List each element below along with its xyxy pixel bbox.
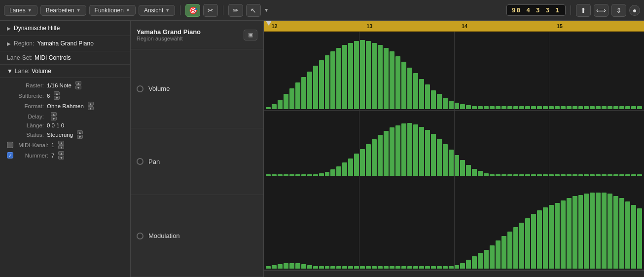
bar: [567, 198, 572, 269]
raster-stepper[interactable]: ▲ ▼: [75, 81, 81, 89]
midi-kanal-label: MIDI-Kanal:: [16, 142, 48, 148]
lane-set-prefix: Lane-Set:: [7, 54, 33, 61]
bar: [419, 79, 424, 109]
bar: [272, 265, 277, 269]
bar: [407, 266, 412, 269]
bar: [342, 266, 347, 269]
bar: [608, 174, 612, 176]
nummer-stepper[interactable]: ▲ ▼: [58, 151, 64, 159]
status-stepper[interactable]: ▲ ▼: [77, 130, 83, 139]
bar: [443, 266, 448, 269]
raster-down-icon[interactable]: ▼: [75, 85, 81, 89]
green-icon-btn-1[interactable]: 🎯: [185, 4, 200, 17]
mid-panel: Yamaha Grand Piano Region ausgewählt ▣ V…: [131, 21, 264, 277]
modulation-radio[interactable]: [137, 233, 143, 239]
bar: [578, 195, 583, 269]
bar: [484, 250, 489, 269]
bar: [531, 106, 536, 109]
lane-chevron-icon: ▼: [7, 68, 13, 75]
bar: [319, 266, 324, 269]
format-down-icon[interactable]: ▼: [88, 106, 94, 110]
lanes-chevron-icon: ▼: [28, 8, 32, 13]
lanes-button[interactable]: Lanes ▼: [4, 5, 37, 16]
modulation-bars: [264, 177, 644, 270]
bar: [425, 84, 430, 109]
ansicht-button[interactable]: Ansicht ▼: [139, 5, 175, 16]
bar: [619, 198, 624, 269]
bar: [437, 139, 442, 176]
midi-up-icon[interactable]: ▲: [58, 141, 64, 145]
lane-item-volume[interactable]: Volume: [131, 49, 263, 128]
bar: [625, 174, 630, 176]
bar: [384, 131, 389, 176]
funktionen-label: Funktionen: [95, 7, 124, 14]
marker-13: 13: [366, 23, 372, 29]
fit-icon[interactable]: ⟺: [594, 4, 608, 17]
bar: [390, 51, 394, 109]
bar: [284, 174, 288, 176]
funktionen-button[interactable]: Funktionen ▼: [89, 5, 136, 16]
bar: [537, 106, 542, 109]
bar: [567, 106, 572, 109]
stiftbreite-label: Stiftbreite:: [7, 93, 44, 99]
bar: [401, 62, 406, 109]
raster-up-icon[interactable]: ▲: [75, 81, 81, 85]
cursor-icon-btn[interactable]: ✂: [203, 4, 218, 17]
pencil-icon-btn[interactable]: ✏: [228, 4, 243, 17]
bearbeiten-button[interactable]: Bearbeiten ▼: [40, 5, 86, 16]
bar: [272, 104, 277, 109]
format-up-icon[interactable]: ▲: [88, 102, 94, 106]
stiftbreite-stepper[interactable]: ▲ ▼: [54, 91, 60, 100]
pointer-icon-btn[interactable]: ↖: [246, 4, 261, 17]
status-up-icon[interactable]: ▲: [77, 130, 83, 134]
bar: [395, 56, 400, 109]
stiftbreite-down-icon[interactable]: ▼: [54, 96, 60, 100]
midi-down-icon[interactable]: ▼: [58, 145, 64, 149]
bearbeiten-chevron-icon: ▼: [76, 8, 81, 13]
bar: [555, 174, 560, 176]
volume-radio[interactable]: [137, 85, 143, 92]
delay-stepper[interactable]: ▲ ▼: [51, 112, 57, 120]
bar: [572, 106, 577, 109]
format-value: Ohne Rahmen: [47, 103, 84, 109]
nummer-up-icon[interactable]: ▲: [58, 151, 64, 155]
bar: [390, 127, 394, 176]
pan-radio[interactable]: [137, 158, 143, 165]
nummer-checkbox[interactable]: ✓: [7, 152, 13, 158]
bar: [419, 127, 424, 176]
stiftbreite-up-icon[interactable]: ▲: [54, 91, 60, 95]
in-point-icon[interactable]: ⬆: [576, 4, 591, 17]
bar: [555, 106, 560, 109]
bar: [342, 162, 347, 176]
bar: [484, 173, 489, 176]
region-icon-btn[interactable]: ▣: [244, 30, 257, 40]
bar: [460, 160, 465, 176]
sort-icon[interactable]: ⇕: [611, 4, 626, 17]
region-chevron-icon: ▶: [7, 41, 11, 46]
bar: [637, 174, 642, 176]
bar: [449, 150, 454, 176]
region-row[interactable]: ▶ Region: Yamaha Grand Piano: [7, 40, 123, 47]
status-down-icon[interactable]: ▼: [77, 135, 83, 139]
bar: [378, 266, 383, 269]
level-icon[interactable]: ●: [629, 5, 640, 16]
bar: [578, 174, 583, 176]
bar: [519, 223, 524, 269]
bar: [307, 174, 312, 176]
lane-row[interactable]: ▼ Lane: Volume: [0, 65, 130, 78]
format-stepper[interactable]: ▲ ▼: [88, 102, 94, 110]
bar: [525, 106, 530, 109]
midi-kanal-checkbox[interactable]: [7, 142, 13, 148]
midi-stepper[interactable]: ▲ ▼: [58, 141, 64, 149]
bar: [313, 174, 318, 176]
lane-item-modulation[interactable]: Modulation: [131, 195, 263, 277]
dynamic-help-row[interactable]: ▶ Dynamische Hilfe: [7, 25, 123, 32]
bar: [631, 205, 636, 269]
marker-14: 14: [462, 23, 467, 29]
delay-down-icon[interactable]: ▼: [51, 117, 57, 120]
lane-item-pan[interactable]: Pan: [131, 128, 263, 195]
delay-up-icon[interactable]: ▲: [51, 112, 57, 116]
bar: [407, 68, 412, 109]
nummer-down-icon[interactable]: ▼: [58, 156, 64, 159]
bottom-scrollbar[interactable]: [264, 270, 644, 277]
